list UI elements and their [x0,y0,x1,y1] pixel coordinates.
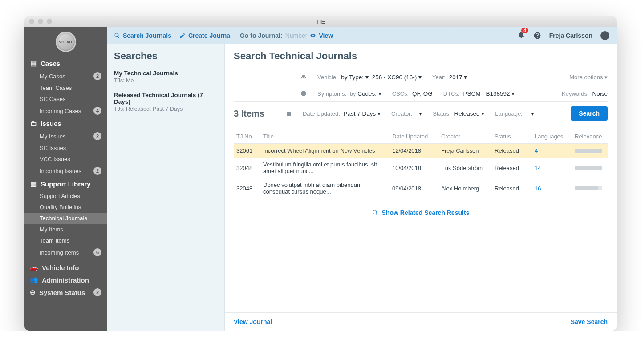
more-options-dropdown[interactable]: More options ▾ [569,74,608,81]
language-dropdown[interactable]: – ▾ [526,110,534,117]
saved-search-subtitle: TJs: Me [114,77,217,84]
sidebar-item-my-cases[interactable]: My Cases2 [24,70,107,82]
sidebar-item-label: Team Cases [40,85,72,91]
sidebar-item-label: Administration [42,276,89,284]
pencil-icon [179,32,186,39]
col-date-updated[interactable]: Date Updated [389,129,438,144]
sidebar-item-label: Vehicle Info [42,264,79,271]
languages-link[interactable]: 4 [535,147,538,154]
topbar: Search Journals Create Journal Go to Jou… [107,27,617,44]
count-badge: 4 [93,107,101,115]
sidebar-item-label: Incoming Issues [40,168,81,174]
sidebar-item-sc-cases[interactable]: SC Cases [24,93,107,105]
sidebar-item-team-cases[interactable]: Team Cases [24,82,107,93]
minus-icon: ⊖ [30,288,36,296]
cscs-value[interactable]: QF, QG [412,90,433,97]
col-tj-no-[interactable]: TJ No. [234,129,260,144]
alert-icon [300,90,307,97]
titlebar: TIE [24,16,617,27]
vehicle-by-type-dropdown[interactable]: by Type: ▾ [341,74,369,81]
goto-journal-label: Go to Journal: [240,32,283,39]
keywords-label: Keywords: [562,90,589,97]
sidebar-item-label: SC Cases [40,96,66,102]
saved-search-title: Released Technical Journals (7 Days) [114,92,217,105]
sidebar-item-label: Incoming Cases [40,108,81,114]
nav-section-support-library[interactable]: ▦Support Library [24,177,107,190]
searches-panel: Searches My Technical JournalsTJs: MeRel… [107,44,225,331]
saved-search-item[interactable]: My Technical JournalsTJs: Me [114,70,217,84]
sidebar-item-quality-bulletins[interactable]: Quality Bulletins [24,202,107,213]
cell-date: 09/04/2018 [389,178,438,198]
col-creator[interactable]: Creator [438,129,492,144]
goto-journal[interactable]: Go to Journal: Number View [240,32,333,39]
sidebar: VOLVO ▤CasesMy Cases2Team CasesSC CasesI… [24,27,107,331]
notifications-badge: 4 [521,28,528,33]
cscs-label: CSCs: [392,90,409,97]
date-updated-dropdown[interactable]: Past 7 Days ▾ [344,110,381,117]
nav-section-cases[interactable]: ▤Cases [24,57,107,70]
sidebar-item-incoming-cases[interactable]: Incoming Cases4 [24,105,107,117]
show-related-label: Show Related Search Results [382,209,470,216]
year-value-dropdown[interactable]: 2017 ▾ [449,74,467,81]
col-title[interactable]: Title [260,129,389,144]
search-button[interactable]: Search [571,106,608,121]
nav-section-issues[interactable]: 🗀Issues [24,117,107,130]
sidebar-item-system-status[interactable]: ⊖System Status2 [24,286,107,299]
goto-view-label: View [319,32,333,39]
sidebar-item-team-items[interactable]: Team Items [24,235,107,246]
user-avatar-icon[interactable] [600,31,609,40]
table-row[interactable]: 32061Incorrect Wheel Alignment on New Ve… [234,144,608,158]
traffic-lights[interactable] [24,19,52,24]
sidebar-item-vehicle-info[interactable]: 🚗Vehicle Info [24,261,107,274]
sidebar-item-incoming-items[interactable]: Incoming Items6 [24,246,107,259]
save-search-link[interactable]: Save Search [571,318,608,325]
table-row[interactable]: 32048Donec volutpat nibh at diam bibendu… [234,178,608,198]
sidebar-item-incoming-issues[interactable]: Incoming Issues2 [24,165,107,177]
relevance-bar [575,186,602,190]
languages-link[interactable]: 14 [535,165,541,171]
col-status[interactable]: Status [492,129,532,144]
filters: Vehicle: by Type: ▾ 256 - XC90 (16-) ▾ Y… [225,62,617,129]
sidebar-item-label: Team Items [40,237,69,244]
languages-link[interactable]: 16 [535,185,541,192]
keywords-value[interactable]: Noise [592,90,608,97]
creator-dropdown[interactable]: – ▾ [414,110,422,117]
cell-status: Released [492,144,532,158]
table-row[interactable]: 32048Vestibulum fringilla orci et purus … [234,158,608,178]
sidebar-item-technical-journals[interactable]: Technical Journals [24,213,107,224]
results-panel: Search Technical Journals Vehicle: by Ty… [225,44,617,331]
status-dropdown[interactable]: Released ▾ [454,110,484,117]
vehicle-value-dropdown[interactable]: 256 - XC90 (16-) ▾ [372,74,422,81]
sidebar-item-vcc-issues[interactable]: VCC Issues [24,154,107,165]
relevance-bar [575,149,602,153]
create-journal-link[interactable]: Create Journal [179,32,232,39]
sidebar-item-support-articles[interactable]: Support Articles [24,190,107,202]
sidebar-item-sc-issues[interactable]: SC Issues [24,142,107,154]
show-related-link[interactable]: Show Related Search Results [234,209,608,216]
cell-status: Released [492,158,532,178]
maximize-icon[interactable] [47,19,52,24]
eye-icon [310,32,316,39]
sidebar-item-administration[interactable]: 👥Administration [24,274,107,286]
dtcs-value-dropdown[interactable]: PSCM - B138592 ▾ [463,90,515,97]
help-icon[interactable] [533,32,541,40]
minimize-icon[interactable] [38,19,43,24]
view-journal-link[interactable]: View Journal [234,318,272,325]
notifications-button[interactable]: 4 [517,31,525,40]
search-journals-label: Search Journals [123,32,171,39]
cell-title: Incorrect Wheel Alignment on New Vehicle… [260,144,389,158]
sidebar-item-my-issues[interactable]: My Issues2 [24,130,107,142]
saved-search-item[interactable]: Released Technical Journals (7 Days)TJs:… [114,92,217,112]
main: Search Journals Create Journal Go to Jou… [107,27,617,331]
close-icon[interactable] [29,19,34,24]
results-table: TJ No.TitleDate UpdatedCreatorStatusLang… [225,129,617,216]
search-journals-link[interactable]: Search Journals [114,32,171,39]
file-icon: ▤ [30,59,37,67]
sidebar-item-my-items[interactable]: My Items [24,224,107,235]
symptoms-codes-dropdown[interactable]: Codes: ▾ [357,90,381,97]
cell-creator: Erik Söderström [438,158,492,178]
col-languages[interactable]: Languages [532,129,572,144]
status-label: Status: [433,110,450,117]
symptoms-label: Symptoms: [317,90,346,97]
col-relevance[interactable]: Relevance [572,129,608,144]
